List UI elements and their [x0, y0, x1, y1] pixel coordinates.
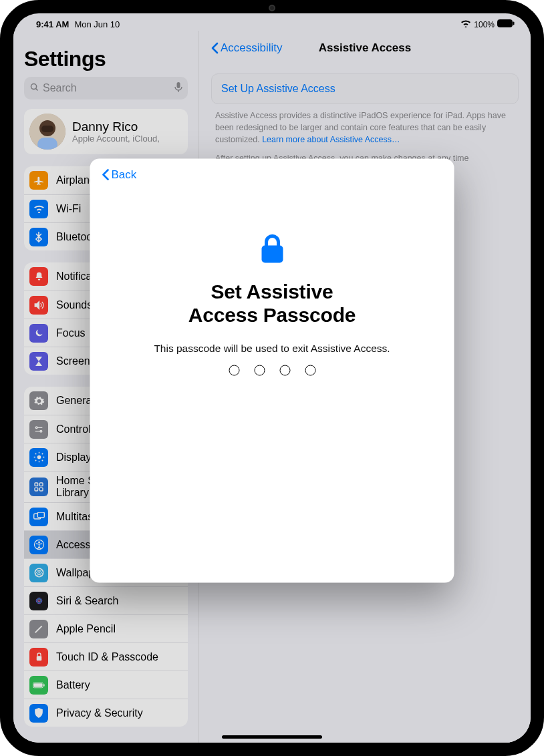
svg-point-37 — [34, 596, 43, 605]
bt-icon — [29, 228, 48, 246]
svg-rect-4 — [177, 82, 180, 88]
detail-back-button[interactable]: Accessibility — [211, 41, 283, 55]
search-input[interactable]: Search — [24, 77, 188, 100]
batt-icon — [29, 676, 48, 695]
svg-rect-8 — [41, 126, 53, 132]
svg-line-24 — [41, 453, 42, 454]
airplane-icon — [29, 171, 48, 190]
modal-title-line1: Set Assistive — [211, 280, 333, 303]
wifi-icon — [460, 19, 471, 29]
modal-back-label: Back — [112, 168, 137, 182]
modal-description: This passcode will be used to exit Assis… — [154, 343, 390, 355]
svg-point-34 — [38, 572, 39, 573]
cc-icon — [29, 420, 48, 439]
svg-rect-44 — [43, 684, 44, 686]
learn-more-link[interactable]: Learn more about Assistive Access… — [262, 135, 400, 144]
sidebar-item-label: Touch ID & Passcode — [56, 651, 158, 663]
status-bar: 9:41 AM Mon Jun 10 100% — [13, 13, 531, 31]
passcode-dot-1 — [229, 365, 239, 376]
siri-icon — [29, 592, 48, 610]
pencil-icon — [29, 620, 48, 638]
sidebar-item-label: Sounds — [56, 299, 92, 311]
svg-point-16 — [37, 455, 41, 459]
svg-rect-27 — [35, 488, 38, 491]
device-frame: 9:41 AM Mon Jun 10 100% Settings — [0, 0, 544, 756]
sidebar-item-label: Focus — [56, 327, 86, 339]
svg-rect-43 — [33, 683, 42, 687]
access-icon — [29, 536, 48, 554]
mic-icon[interactable] — [174, 82, 182, 95]
svg-line-21 — [35, 453, 35, 454]
passcode-modal: Back Set Assistive Access Passcode This … — [90, 159, 454, 583]
sidebar-item-label: Battery — [56, 679, 90, 691]
status-time: 9:41 AM — [36, 19, 69, 29]
avatar — [29, 114, 65, 150]
svg-rect-0 — [498, 20, 513, 27]
svg-rect-28 — [39, 488, 43, 491]
account-name: Danny Rico — [72, 120, 160, 134]
sidebar-item-label: Privacy & Security — [56, 707, 143, 719]
sidebar-item-label: Siri & Search — [56, 595, 118, 607]
sidebar-item-apple-pencil[interactable]: Apple Pencil — [24, 614, 188, 642]
screen: 9:41 AM Mon Jun 10 100% Settings — [13, 13, 531, 743]
account-row[interactable]: Danny Rico Apple Account, iCloud, — [24, 109, 188, 154]
passcode-dot-3 — [279, 365, 290, 376]
svg-point-13 — [40, 430, 42, 432]
wall-icon — [29, 564, 48, 582]
svg-rect-41 — [36, 656, 41, 660]
svg-line-3 — [35, 88, 37, 90]
svg-rect-25 — [35, 483, 38, 486]
svg-point-32 — [38, 542, 40, 544]
moon-icon — [29, 324, 48, 343]
sidebar-item-label: Apple Pencil — [56, 623, 116, 635]
multi-icon — [29, 508, 48, 526]
sound-icon — [29, 296, 48, 315]
wifi-icon — [29, 200, 48, 218]
detail-caption: Assistive Access provides a distinctive … — [215, 110, 515, 165]
svg-rect-45 — [261, 246, 283, 263]
svg-point-10 — [35, 427, 37, 429]
passcode-dots — [229, 365, 315, 376]
front-camera — [269, 5, 275, 11]
sidebar-item-battery[interactable]: Battery — [24, 671, 188, 699]
home-icon — [29, 478, 48, 496]
sidebar-item-touch-id-passcode[interactable]: Touch ID & Passcode — [24, 642, 188, 671]
account-sub: Apple Account, iCloud, — [72, 134, 160, 144]
battery-icon — [497, 19, 515, 29]
search-placeholder: Search — [43, 82, 174, 94]
sidebar-item-siri-search[interactable]: Siri & Search — [24, 586, 188, 614]
setup-assistive-access-button[interactable]: Set Up Assistive Access — [211, 73, 519, 104]
passcode-dot-4 — [305, 365, 315, 376]
privacy-icon — [29, 704, 48, 723]
status-battery-text: 100% — [474, 20, 495, 29]
sidebar-item-label: Wi-Fi — [56, 203, 81, 215]
svg-rect-30 — [37, 512, 44, 518]
modal-title-line2: Access Passcode — [188, 303, 356, 325]
lock-icon — [259, 234, 285, 267]
svg-line-23 — [35, 460, 35, 461]
svg-rect-9 — [37, 138, 57, 150]
svg-rect-1 — [513, 22, 515, 25]
modal-back-button[interactable]: Back — [102, 168, 442, 182]
detail-back-label: Accessibility — [221, 41, 283, 55]
svg-line-22 — [41, 460, 42, 461]
settings-title: Settings — [24, 47, 188, 71]
passcode-dot-2 — [254, 365, 265, 376]
gear-icon — [29, 391, 48, 410]
sidebar-item-label: General — [56, 395, 94, 407]
display-icon — [29, 448, 48, 467]
touchid-icon — [29, 648, 48, 667]
sidebar-item-privacy-security[interactable]: Privacy & Security — [24, 699, 188, 727]
hourglass-icon — [29, 352, 48, 371]
svg-rect-26 — [39, 483, 43, 486]
account-group: Danny Rico Apple Account, iCloud, — [24, 109, 188, 154]
status-date: Mon Jun 10 — [74, 19, 120, 29]
modal-title: Set Assistive Access Passcode — [188, 280, 356, 327]
home-indicator[interactable] — [222, 735, 322, 739]
bell-icon — [29, 267, 48, 286]
search-icon — [29, 82, 39, 94]
